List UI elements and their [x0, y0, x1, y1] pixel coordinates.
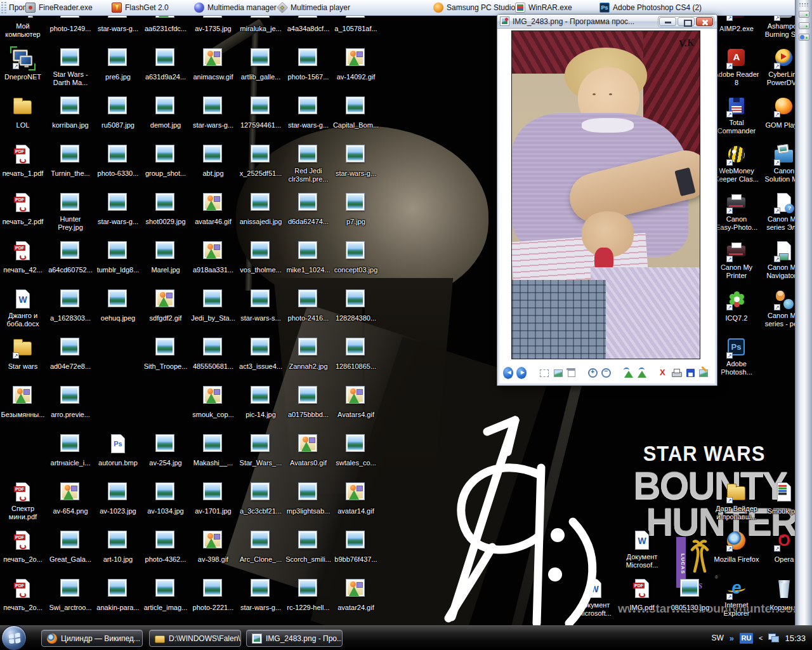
zoom-in-button[interactable]: [587, 367, 597, 379]
jpg-icon: [107, 192, 129, 214]
quicklaunch-winrar[interactable]: WinRAR.exe: [515, 3, 572, 13]
desktop-icon-label: concept03.jpg: [334, 266, 378, 274]
gif-icon: [344, 482, 367, 503]
desktop-icon-jpg[interactable]: arro.previe...: [42, 385, 99, 420]
desktop-icon-label: sdfgdf2.gif: [150, 314, 182, 322]
desktop-icon-label: a0175bbbd...: [288, 411, 329, 419]
minimize-button[interactable]: [659, 17, 676, 26]
desktop-icon-jpg[interactable]: swtales_co...: [327, 434, 384, 468]
desktop-icon-label: Capital_Bom...: [333, 121, 379, 129]
delete-button[interactable]: [657, 367, 667, 379]
desktop-icon-label: mike1_1024...: [286, 266, 330, 274]
jpg-icon: [107, 289, 129, 310]
desktop-icon-gif[interactable]: av-14092.gif: [327, 48, 384, 82]
gif-icon: [202, 385, 225, 407]
slideshow-button[interactable]: [565, 367, 575, 379]
toolbar-grip[interactable]: [1, 2, 3, 13]
quicklaunch-label: Multimedia manager: [207, 3, 277, 12]
quicklaunch-mm-player[interactable]: Multimedia player: [277, 3, 350, 13]
save-button[interactable]: [684, 367, 695, 379]
pdf-icon: PDF: [11, 578, 34, 600]
best-fit-button[interactable]: [538, 367, 548, 379]
desktop-icon-jpg[interactable]: star-wars-g...: [327, 144, 384, 178]
quicklaunch-samsung[interactable]: Samsung PC Studio 3: [433, 3, 521, 13]
network-tray-icon[interactable]: [768, 633, 779, 642]
quicklaunch-mm-manager[interactable]: Multimedia manager: [194, 3, 277, 13]
rar-icon: [773, 482, 796, 503]
jpg-icon: [154, 482, 177, 503]
desktop-icon-jpg[interactable]: Capital_Bom...: [327, 96, 384, 130]
desktop-icon-jpg[interactable]: ad04e72e8...: [42, 337, 99, 371]
desktop-icon-gif[interactable]: avatar14.gif: [327, 482, 384, 516]
desktop-icon-label: Документ Microsof...: [626, 553, 658, 569]
drive-icon[interactable]: [799, 22, 809, 29]
icq-icon: [725, 289, 748, 310]
window-titlebar[interactable]: IMG_2483.png - Программа прос...: [497, 15, 717, 29]
desktop-icon-label: 0805130.jpg: [671, 604, 710, 612]
desktop-icon-label: mp3lightsab...: [287, 507, 330, 515]
desktop-icon-label: Opera: [775, 555, 794, 564]
dock-grip[interactable]: [799, 3, 809, 6]
previous-image-button[interactable]: [503, 367, 513, 379]
recycle-icon: [773, 578, 796, 600]
viewer-toolbar: [503, 366, 711, 380]
desktop-icon-label: star-wars-g...: [336, 169, 376, 178]
desktop-icon-jpg[interactable]: b9bb76f437...: [327, 530, 384, 564]
desktop-icon-gif[interactable]: avatar24.gif: [327, 578, 384, 613]
tray-chevron[interactable]: »: [730, 633, 734, 643]
desktop-icon-label: Turnin_the...: [51, 169, 89, 178]
desktop-icon-jpg[interactable]: 128610865...: [327, 337, 384, 371]
desktop-icon-word[interactable]: WДокумент Microsof...: [613, 530, 671, 570]
desktop-icon-label: Adobe Photosh...: [721, 360, 752, 376]
quicklaunch-photoshop[interactable]: Adobe Photoshop CS4 (2): [599, 3, 702, 13]
desktop-icon-label: arro.previe...: [51, 411, 90, 419]
desktop-icon-label: av-1034.jpg: [147, 507, 184, 515]
print-button[interactable]: [671, 367, 681, 379]
jpg-icon: [59, 192, 82, 214]
word-icon: W: [11, 289, 34, 310]
taskbar-clock[interactable]: 15:33: [785, 633, 806, 643]
picture-viewer-window: IMG_2483.png - Программа прос... V.K: [497, 14, 717, 386]
desktop-icon-label: av-254.jpg: [149, 459, 181, 467]
drive-doc-icon[interactable]: [799, 34, 809, 41]
start-button[interactable]: [1, 625, 27, 650]
next-image-button[interactable]: [516, 367, 527, 379]
rotate-ccw-button[interactable]: [622, 367, 632, 379]
gif-icon: [344, 578, 367, 600]
rotate-cw-button[interactable]: [636, 367, 646, 379]
taskbar-task-folder[interactable]: D:\WINDOWS\Falen\...: [149, 630, 241, 647]
quicklaunch-label: Adobe Photoshop CS4 (2): [613, 3, 702, 12]
viewer-icon: [252, 633, 262, 644]
drive-icon[interactable]: [799, 11, 809, 18]
close-button[interactable]: [696, 17, 713, 26]
desktop-icon-jpg[interactable]: 128284380...: [327, 289, 384, 323]
desktop-icon-gif[interactable]: Avatars4.gif: [327, 385, 384, 420]
jpg-icon: [154, 530, 177, 552]
zoom-out-button[interactable]: [600, 367, 610, 379]
desktop-icon-label: ru5087.jpg: [102, 121, 134, 129]
desktop-icon-jpg[interactable]: p7.jpg: [327, 192, 384, 227]
tray-toolbar-label[interactable]: SW: [711, 633, 723, 642]
edit-button[interactable]: [698, 367, 708, 379]
desktop-icon-label: a_3c3cbf21...: [240, 507, 282, 515]
desktop-icon-label: Canon My Printer: [721, 263, 752, 280]
desktop-icon-label: avatar24.gif: [337, 604, 374, 612]
desktop-icon-label: animacsw.gif: [193, 73, 233, 81]
desktop-icon-label: Canon Easy-Photo...: [716, 215, 757, 232]
taskbar-task-firefox[interactable]: Цилиндр — Википед...: [41, 630, 143, 647]
jpg-icon: [249, 289, 272, 310]
hide-icons-arrow[interactable]: <: [759, 634, 763, 642]
task-label: IMG_2483.png - Про...: [266, 634, 343, 643]
desktop-icon-jpg[interactable]: concept03.jpg: [327, 241, 384, 275]
quicklaunch-finereader[interactable]: FineReader.exe: [25, 3, 93, 13]
toolbar-grip[interactable]: [4, 2, 6, 13]
maximize-button[interactable]: [678, 17, 695, 26]
desktop-icon-label: Sith_Troope...: [144, 362, 188, 371]
desktop-icon-label: Jedi_by_Sta...: [191, 314, 235, 322]
desktop-icon-label: star-wars-g...: [288, 121, 329, 129]
desktop-icon-label: печать_2.pdf: [3, 218, 44, 226]
quicklaunch-flashget[interactable]: FlashGet 2.0: [112, 3, 169, 13]
actual-size-button[interactable]: [552, 367, 562, 379]
language-indicator[interactable]: RU: [740, 633, 753, 644]
taskbar-task-viewer[interactable]: IMG_2483.png - Про...: [246, 630, 343, 647]
